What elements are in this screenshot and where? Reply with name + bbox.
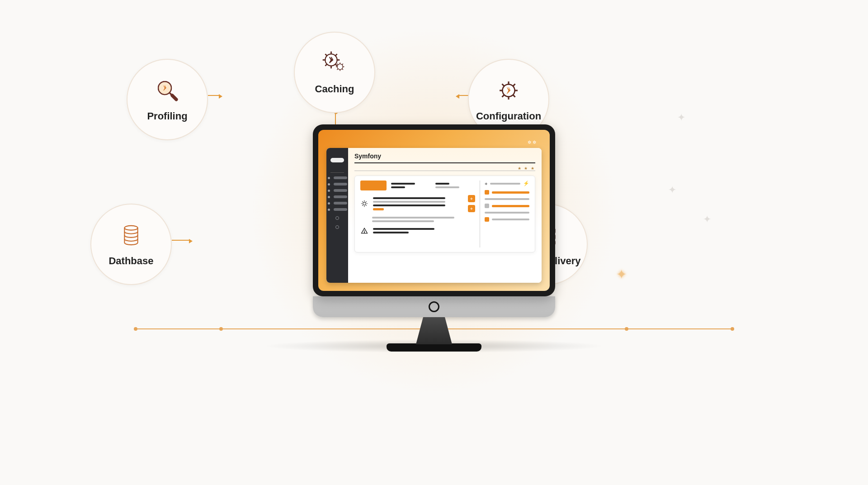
sparkle-faint-icon: ✦: [677, 112, 685, 124]
square-icon: [485, 204, 489, 208]
svg-line-13: [335, 54, 337, 56]
svg-line-32: [502, 95, 505, 97]
svg-point-34: [124, 226, 137, 230]
sidebar-item: [334, 202, 347, 204]
svg-line-48: [366, 201, 367, 202]
os-window-controls: ✲ ✲: [528, 140, 536, 145]
svg-line-45: [362, 201, 363, 202]
content-panel: + + +⚡: [354, 176, 535, 252]
node-caching: Caching: [294, 32, 375, 113]
sun-icon: [360, 200, 368, 208]
connector-line: [172, 240, 190, 241]
svg-line-3: [172, 95, 176, 100]
monitor-chin: [313, 296, 555, 317]
magnifier-icon: [154, 77, 181, 104]
svg-line-11: [335, 64, 337, 66]
add-chip-icon: +: [468, 205, 475, 212]
node-label: Dathbase: [108, 255, 153, 267]
svg-line-47: [362, 205, 363, 206]
svg-line-20: [337, 64, 338, 65]
svg-line-10: [325, 54, 327, 56]
sparkle-faint-icon: ✦: [703, 214, 711, 225]
sidebar-item: [334, 208, 347, 211]
square-icon: [485, 190, 489, 195]
svg-line-21: [342, 69, 343, 70]
sidebar-dot-icon: [328, 183, 330, 185]
gears-icon: [321, 50, 348, 77]
sidebar-dot-icon: [328, 202, 330, 204]
primary-button: [360, 181, 387, 190]
home-button-icon: [429, 301, 439, 312]
app-title: Symfony: [354, 152, 381, 160]
square-icon: [485, 217, 489, 222]
svg-point-40: [363, 202, 366, 205]
sidebar-item: [334, 195, 347, 198]
warning-triangle-icon: [360, 227, 368, 235]
sidebar-circle-icon: [335, 225, 339, 229]
monitor-bezel: ✲ ✲ Symfony ★ ★ ★: [313, 124, 555, 296]
app-sidebar: [326, 148, 348, 283]
sidebar-logo: [330, 158, 344, 162]
svg-line-30: [502, 84, 505, 86]
connector-line: [335, 112, 336, 126]
sidebar-item: [334, 176, 347, 179]
sidebar-circle-icon: [335, 216, 339, 220]
database-icon: [118, 222, 145, 249]
monitor-screen: ✲ ✲ Symfony ★ ★ ★: [318, 130, 550, 291]
node-label: Caching: [315, 83, 354, 95]
add-chip-icon: +: [468, 195, 475, 202]
svg-line-12: [325, 64, 327, 66]
sidebar-dot-icon: [328, 209, 330, 211]
monitor: ✲ ✲ Symfony ★ ★ ★: [313, 124, 555, 352]
panel-right-col: +⚡: [480, 181, 529, 247]
svg-line-46: [366, 205, 367, 206]
node-label: Configuration: [476, 110, 541, 122]
monitor-foot: [387, 343, 481, 352]
connector-line: [208, 95, 220, 96]
gear-icon: [495, 77, 522, 104]
sidebar-dot-icon: [328, 177, 330, 179]
plus-icon: +: [485, 181, 487, 186]
monitor-neck: [416, 317, 452, 344]
svg-line-33: [513, 84, 515, 86]
svg-point-50: [364, 233, 365, 233]
node-database: Dathbase: [90, 204, 172, 285]
sidebar-dot-icon: [328, 190, 330, 192]
app-window: Symfony ★ ★ ★ + +: [326, 148, 542, 283]
node-label: Profiling: [147, 110, 187, 122]
bolt-icon: ⚡: [523, 181, 529, 186]
svg-line-31: [513, 95, 515, 97]
app-main: Symfony ★ ★ ★ + +: [348, 148, 542, 283]
node-profiling: Profiling: [127, 59, 208, 140]
sparkle-faint-icon: ✦: [668, 184, 676, 196]
rating-stars-icon: ★ ★ ★: [518, 166, 535, 171]
sparkle-icon: ✦: [616, 267, 627, 282]
panel-left-col: + +: [360, 181, 475, 247]
sidebar-item: [334, 189, 347, 192]
sidebar-item: [334, 183, 347, 185]
svg-line-22: [337, 69, 338, 70]
sidebar-dot-icon: [328, 196, 330, 198]
svg-line-23: [342, 64, 343, 65]
